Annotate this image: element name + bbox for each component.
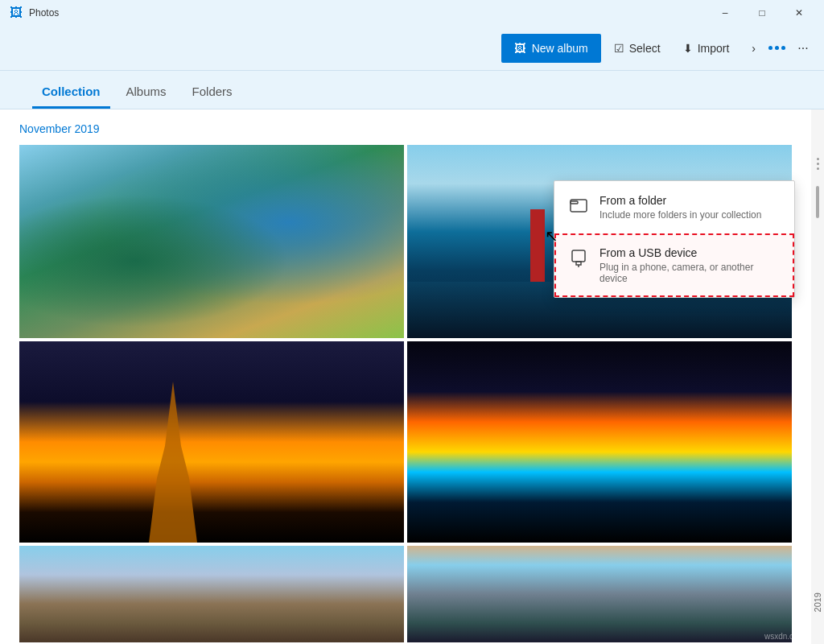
photo-vegas-fountains-image xyxy=(407,341,792,543)
loading-dot-2 xyxy=(775,46,779,50)
loading-indicator xyxy=(768,46,785,50)
folder-icon xyxy=(569,196,588,219)
dropdown-item-from-usb[interactable]: From a USB device Plug in a phone, camer… xyxy=(554,233,794,297)
loading-dot-3 xyxy=(781,46,785,50)
eiffel-silhouette xyxy=(125,382,221,543)
title-bar: 🖼 Photos – □ ✕ xyxy=(0,0,824,26)
photo-aerial[interactable] xyxy=(19,145,404,338)
chevron-right-button[interactable]: › xyxy=(742,34,765,63)
select-button[interactable]: ☑ Select xyxy=(604,34,670,63)
svg-marker-0 xyxy=(149,382,197,543)
nav-tabs: Collection Albums Folders xyxy=(0,71,824,109)
photo-partial-right-image xyxy=(407,546,792,642)
usb-item-content: From a USB device Plug in a phone, camer… xyxy=(599,246,780,284)
main-content: November 2019 xyxy=(0,109,824,644)
minimize-button[interactable]: – xyxy=(707,0,744,26)
select-label: Select xyxy=(629,42,661,55)
folder-item-content: From a folder Include more folders in yo… xyxy=(599,194,780,221)
section-date: November 2019 xyxy=(19,122,792,135)
watermark: wsxdn.com xyxy=(764,632,805,641)
title-bar-left: 🖼 Photos xyxy=(10,6,59,20)
tab-albums[interactable]: Albums xyxy=(117,76,176,109)
new-album-button[interactable]: 🖼 New album xyxy=(501,34,601,63)
photo-eiffel-image xyxy=(19,341,404,543)
loading-dot-1 xyxy=(768,46,772,50)
svg-rect-4 xyxy=(576,262,581,265)
usb-icon xyxy=(569,248,588,271)
import-label: Import xyxy=(698,42,730,55)
dropdown-item-from-folder[interactable]: From a folder Include more folders in yo… xyxy=(554,181,794,233)
import-icon: ⬇ xyxy=(683,42,693,55)
tab-collection[interactable]: Collection xyxy=(32,76,110,109)
folder-svg xyxy=(569,196,588,215)
usb-item-subtitle: Plug in a phone, camera, or another devi… xyxy=(599,262,780,284)
new-album-icon: 🖼 xyxy=(514,42,525,55)
photo-grid-row3 xyxy=(19,546,792,642)
photo-aerial-image xyxy=(19,145,404,338)
app-icon: 🖼 xyxy=(10,6,23,20)
photo-eiffel[interactable] xyxy=(19,341,404,543)
scroll-dot-3 xyxy=(817,167,819,170)
scroll-thumb[interactable] xyxy=(816,186,819,218)
scrollbar-dots xyxy=(817,158,819,170)
close-button[interactable]: ✕ xyxy=(781,0,818,26)
import-button[interactable]: ⬇ Import xyxy=(674,34,740,63)
scroll-dot-1 xyxy=(817,158,819,160)
folder-item-subtitle: Include more folders in your collection xyxy=(599,209,780,221)
chevron-right-icon: › xyxy=(752,42,756,55)
more-options-icon: ··· xyxy=(797,41,808,56)
svg-rect-3 xyxy=(572,250,585,262)
year-label: 2019 xyxy=(813,592,822,612)
photo-grid-row2 xyxy=(19,341,792,543)
new-album-label: New album xyxy=(532,42,588,55)
import-dropdown-menu: From a folder Include more folders in yo… xyxy=(554,180,795,298)
more-options-button[interactable]: ··· xyxy=(789,34,818,63)
maximize-button[interactable]: □ xyxy=(744,0,781,26)
right-scrollbar[interactable]: 2019 xyxy=(811,109,824,644)
app-title: Photos xyxy=(29,7,59,19)
scroll-dot-2 xyxy=(817,163,819,165)
photo-partial-left-image xyxy=(19,546,404,642)
photo-vegas-fountains[interactable] xyxy=(407,341,792,543)
tab-folders[interactable]: Folders xyxy=(183,76,242,109)
photo-partial-right[interactable] xyxy=(407,546,792,642)
title-bar-controls: – □ ✕ xyxy=(707,0,818,26)
usb-svg xyxy=(569,248,588,267)
folder-item-title: From a folder xyxy=(599,194,780,207)
photo-partial-left[interactable] xyxy=(19,546,404,642)
select-icon: ☑ xyxy=(614,42,624,55)
svg-rect-2 xyxy=(571,201,578,204)
toolbar: 🖼 New album ☑ Select ⬇ Import › ··· xyxy=(0,26,824,71)
usb-item-title: From a USB device xyxy=(599,246,780,259)
